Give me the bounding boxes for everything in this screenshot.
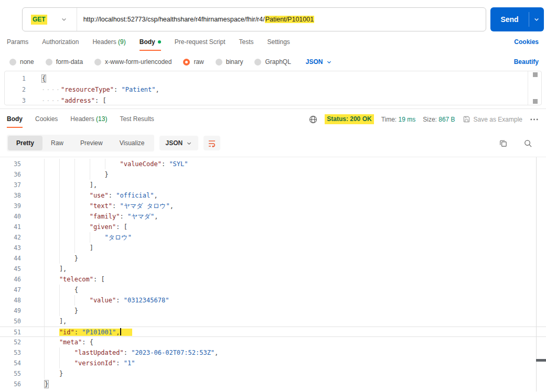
tab-authorization[interactable]: Authorization [42,38,79,51]
save-as-example-button[interactable]: Save as Example [463,115,522,123]
radio-binary[interactable]: binary [216,58,243,66]
token-key: "address" [61,97,95,104]
code-text[interactable]: "family": "ヤマダ", [28,211,546,222]
status-badge: Status: 200 OK [325,114,373,124]
code-text[interactable]: ], [28,316,546,326]
indent-guide [44,358,59,368]
scroll-thumb[interactable] [533,99,538,104]
radio-none[interactable]: none [9,58,34,66]
tab-tests[interactable]: Tests [239,38,253,51]
tab-body[interactable]: Body [140,38,161,51]
response-format-select[interactable]: JSON [159,136,199,150]
tab-headers[interactable]: Headers (9) [92,38,125,51]
headers-count: (9) [118,38,126,46]
tab-settings[interactable]: Settings [267,38,290,51]
scroll-thumb[interactable] [533,72,538,77]
response-body-viewer[interactable]: 35"valueCode": "SYL"36}37],38"use": "off… [0,157,546,391]
radio-form-data[interactable]: form-data [46,58,83,66]
code-text[interactable]: "meta": { [28,337,546,347]
indent-guide [74,222,90,232]
chevron-down-icon [326,59,332,65]
radio-graphql[interactable]: GraphQL [254,58,291,66]
code-text[interactable]: { [33,73,541,84]
code-text[interactable]: } [28,169,546,180]
code-text[interactable]: ····"address": [ [33,95,541,105]
globe-icon [309,115,317,124]
response-scrollbar-track[interactable] [536,157,546,391]
response-code[interactable]: 35"valueCode": "SYL"36}37],38"use": "off… [0,159,546,389]
indent-guide [74,243,90,253]
body-format-select[interactable]: JSON [306,58,332,66]
wrap-lines-button[interactable] [204,136,220,150]
code-text[interactable]: } [28,379,546,389]
method-selector[interactable]: GET [23,15,77,25]
line-number: 47 [0,285,28,295]
indent-guide [44,190,59,201]
code-text[interactable]: ], [28,180,546,190]
line-number: 38 [0,190,28,201]
code-text[interactable]: } [28,368,546,379]
response-scrollbar-thumb[interactable] [536,359,546,362]
view-tab-visualize[interactable]: Visualize [111,136,153,150]
editor-scrollbar[interactable] [528,71,541,105]
tab-pre-request-script[interactable]: Pre-request Script [175,38,226,51]
view-tab-pretty[interactable]: Pretty [8,136,42,150]
code-text[interactable]: { [28,285,546,295]
code-text[interactable]: } [28,306,546,316]
view-tab-preview[interactable]: Preview [72,136,111,150]
request-body-editor[interactable]: 1{2····"resourceType": "Patient",3····"a… [4,71,542,105]
response-tab-test-results[interactable]: Test Results [120,115,154,128]
code-text[interactable]: "telecom": [ [28,274,546,285]
indent-guide [59,285,74,295]
code-line: 39"text": "ヤマダ タロウ", [0,201,546,211]
cookies-link[interactable]: Cookies [514,38,539,51]
indent-guide [44,295,59,306]
token-pun: [ [124,223,127,231]
code-text[interactable]: ····"resourceType": "Patient", [33,84,541,95]
code-text[interactable]: "given": [ [28,222,546,232]
code-text[interactable]: } [28,253,546,264]
line-number: 51 [0,327,28,336]
copy-icon[interactable] [499,139,508,148]
tab-params[interactable]: Params [7,38,28,51]
code-text[interactable]: "id": "P101001", [28,327,546,336]
indent-guide [44,253,59,264]
code-text[interactable]: "versionId": "1" [28,358,546,368]
radio-x-www-form-urlencoded[interactable]: x-www-form-urlencoded [94,58,172,66]
response-tab-body[interactable]: Body [7,115,23,128]
radio-raw[interactable]: raw [183,58,204,66]
code-text[interactable]: ], [28,264,546,274]
response-tab-headers[interactable]: Headers (13) [70,115,107,128]
indent-guide [44,159,59,169]
search-icon[interactable] [523,139,532,148]
chevron-down-icon [61,16,67,23]
code-text[interactable]: "value": "0312345678" [28,295,546,306]
indent-guide [44,243,59,253]
code-text[interactable]: "text": "ヤマダ タロウ", [28,201,546,211]
more-actions-icon[interactable] [530,117,539,122]
pane-splitter[interactable] [0,108,546,109]
beautify-link[interactable]: Beautify [514,58,539,66]
token-pun: : [112,202,120,210]
line-number: 48 [0,295,28,306]
send-button[interactable]: Send [490,7,544,31]
token-str: "2023-06-02T07:52:53Z" [131,349,215,356]
indent-guide [74,201,90,211]
code-text[interactable]: "タロウ" [28,232,546,243]
url-bar[interactable]: GET http://localhost:52773/csp/healthsha… [22,7,486,31]
code-line: 1{ [5,73,541,84]
request-code[interactable]: 1{2····"resourceType": "Patient",3····"a… [5,73,541,105]
indent-guide [74,190,90,201]
send-options-chevron[interactable] [529,16,544,23]
response-tab-cookies[interactable]: Cookies [35,115,58,128]
indent-guide [59,190,74,201]
token-str: "P101001" [82,329,116,336]
line-number: 53 [0,347,28,358]
code-text[interactable]: "use": "official", [28,190,546,201]
url-input[interactable]: http://localhost:52773/csp/healthshare/r… [77,16,315,23]
code-text[interactable]: ] [28,243,546,253]
code-text[interactable]: "valueCode": "SYL" [28,159,546,169]
token-str: "SYL" [169,160,188,168]
code-text[interactable]: "lastUpdated": "2023-06-02T07:52:53Z", [28,347,546,358]
view-tab-raw[interactable]: Raw [42,136,72,150]
